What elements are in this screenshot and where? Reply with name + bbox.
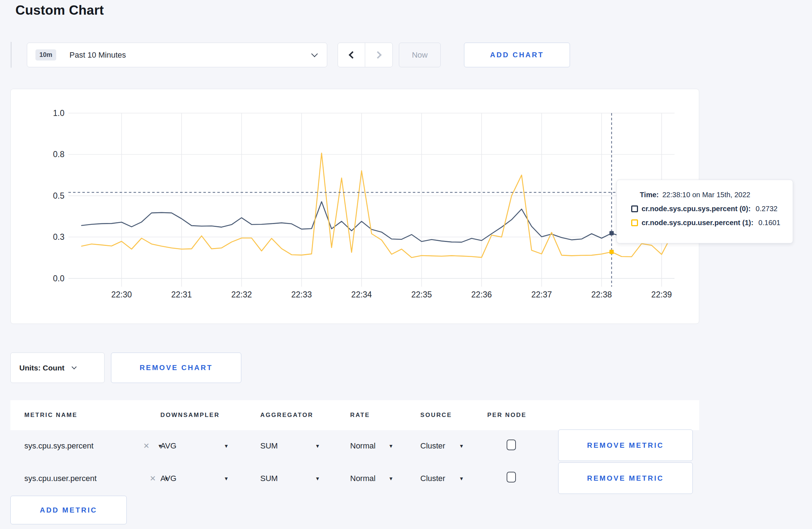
hover-point-marker: [609, 250, 614, 254]
column-header-source: SOURCE: [420, 412, 452, 419]
clear-metric-icon[interactable]: ✕: [143, 442, 150, 450]
tooltip-series-value: 0.1601: [758, 219, 780, 227]
per-node-checkbox[interactable]: [507, 472, 516, 482]
column-header-downsampler: DOWNSAMPLER: [160, 412, 220, 419]
series-line: [82, 202, 672, 242]
tooltip-time-value: 22:38:10 on Mar 15th, 2022: [662, 191, 750, 199]
toolbar-divider: [11, 42, 11, 68]
time-range-badge: 10m: [35, 49, 56, 60]
y-axis-tick-label: 0.0: [53, 274, 64, 283]
tooltip-series-label: cr.node.sys.cpu.sys.percent (0):: [642, 205, 751, 213]
tooltip-series-row: cr.node.sys.cpu.sys.percent (0): 0.2732: [631, 205, 784, 213]
aggregator-caret-icon[interactable]: ▼: [315, 476, 320, 481]
series-line: [82, 153, 672, 258]
add-chart-button[interactable]: ADD CHART: [464, 43, 570, 67]
series-1-swatch-icon: [631, 219, 638, 226]
metric-row: sys.cpu.sys.percent ✕ ▼ AVG ▼ SUM ▼ Norm…: [10, 430, 699, 462]
units-label: Units: Count: [19, 364, 64, 372]
tooltip-series-value: 0.2732: [756, 205, 778, 213]
tooltip-time-prefix: Time:: [640, 191, 659, 199]
time-range-label: Past 10 Minutes: [69, 50, 126, 60]
chart-gridlines: 0.00.30.50.81.022:3022:3122:3222:3322:34…: [53, 108, 675, 299]
chart-series: [82, 153, 672, 258]
hover-crosshair: [68, 113, 675, 287]
aggregator-caret-icon[interactable]: ▼: [315, 443, 320, 449]
tooltip-time-row: Time: 22:38:10 on Mar 15th, 2022: [631, 191, 784, 199]
downsampler-select[interactable]: AVG: [160, 441, 177, 451]
y-axis-tick-label: 0.3: [53, 232, 64, 242]
series-0-swatch-icon: [631, 205, 638, 212]
x-axis-tick-label: 22:32: [231, 290, 252, 299]
source-caret-icon[interactable]: ▼: [459, 476, 464, 481]
metrics-table-header: METRIC NAME DOWNSAMPLER AGGREGATOR RATE …: [10, 400, 699, 430]
metric-name-select[interactable]: sys.cpu.sys.percent: [24, 441, 93, 451]
y-axis-tick-label: 0.5: [53, 191, 64, 200]
column-header-aggregator: AGGREGATOR: [260, 412, 313, 419]
timeseries-chart[interactable]: 0.00.30.50.81.022:3022:3122:3222:3322:34…: [11, 89, 700, 324]
rate-caret-icon[interactable]: ▼: [388, 443, 393, 449]
hover-point-marker: [609, 231, 614, 236]
x-axis-tick-label: 22:31: [171, 290, 192, 299]
x-axis-tick-label: 22:35: [411, 290, 432, 299]
chevron-down-icon: [72, 364, 77, 369]
tooltip-series-label: cr.node.sys.cpu.user.percent (1):: [642, 219, 753, 227]
time-range-pager: [338, 43, 393, 67]
chart-tooltip: Time: 22:38:10 on Mar 15th, 2022 cr.node…: [617, 180, 793, 243]
column-header-metric-name: METRIC NAME: [24, 412, 78, 419]
rate-select[interactable]: Normal: [350, 441, 376, 451]
add-metric-button[interactable]: ADD METRIC: [10, 496, 127, 524]
chevron-down-icon: [311, 50, 318, 57]
x-axis-tick-label: 22:36: [471, 290, 492, 299]
tooltip-series-row: cr.node.sys.cpu.user.percent (1): 0.1601: [631, 219, 784, 227]
chevron-left-icon: [349, 51, 356, 59]
clear-metric-icon[interactable]: ✕: [150, 474, 156, 483]
x-axis-tick-label: 22:33: [291, 290, 312, 299]
x-axis-tick-label: 22:34: [351, 290, 372, 299]
now-button[interactable]: Now: [399, 43, 441, 67]
aggregator-select[interactable]: SUM: [260, 441, 278, 451]
next-range-button[interactable]: [365, 43, 392, 67]
x-axis-tick-label: 22:38: [591, 290, 612, 299]
rate-caret-icon[interactable]: ▼: [388, 476, 393, 481]
metric-row: sys.cpu.user.percent ✕ ▼ AVG ▼ SUM ▼ Nor…: [10, 463, 699, 494]
y-axis-tick-label: 0.8: [53, 150, 64, 159]
source-select[interactable]: Cluster: [420, 474, 445, 483]
aggregator-select[interactable]: SUM: [260, 474, 278, 483]
chevron-right-icon: [374, 51, 381, 59]
x-axis-tick-label: 22:37: [531, 290, 552, 299]
metric-name-select[interactable]: sys.cpu.user.percent: [24, 474, 97, 483]
time-range-dropdown[interactable]: 10m Past 10 Minutes: [27, 43, 327, 67]
y-axis-tick-label: 1.0: [53, 108, 64, 118]
x-axis-tick-label: 22:30: [111, 290, 132, 299]
chart-card: 0.00.30.50.81.022:3022:3122:3222:3322:34…: [10, 89, 699, 324]
downsampler-caret-icon[interactable]: ▼: [224, 476, 229, 481]
rate-select[interactable]: Normal: [350, 474, 376, 483]
source-select[interactable]: Cluster: [420, 441, 445, 451]
column-header-rate: RATE: [350, 412, 370, 419]
units-dropdown[interactable]: Units: Count: [10, 353, 105, 383]
remove-chart-button[interactable]: REMOVE CHART: [111, 353, 241, 383]
per-node-checkbox[interactable]: [507, 440, 516, 450]
page-title: Custom Chart: [15, 3, 104, 18]
previous-range-button[interactable]: [338, 43, 365, 67]
downsampler-select[interactable]: AVG: [160, 474, 177, 483]
custom-chart-page: Custom Chart 10m Past 10 Minutes Now ADD…: [0, 0, 812, 529]
remove-metric-button[interactable]: REMOVE METRIC: [558, 462, 693, 494]
downsampler-caret-icon[interactable]: ▼: [224, 443, 229, 449]
remove-metric-button[interactable]: REMOVE METRIC: [558, 429, 693, 461]
source-caret-icon[interactable]: ▼: [459, 443, 464, 449]
x-axis-tick-label: 22:39: [651, 290, 672, 299]
column-header-per-node: PER NODE: [487, 412, 527, 419]
